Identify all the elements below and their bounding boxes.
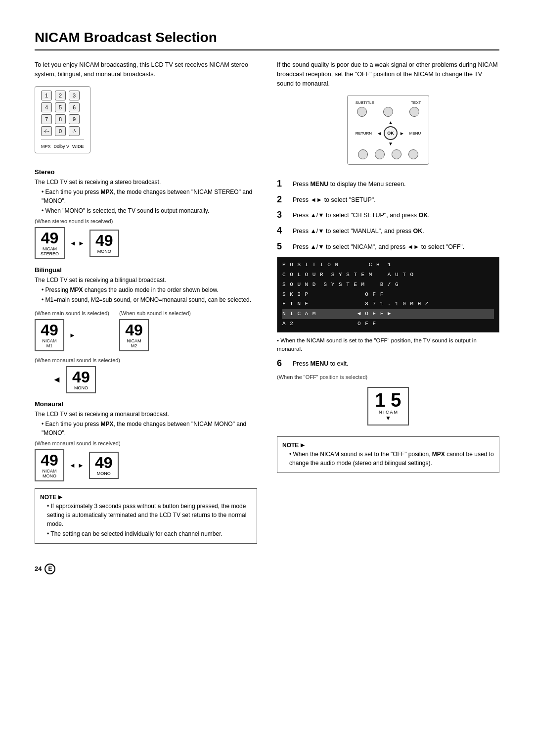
step-5: 5 Press ▲/▼ to select "NICAM", and press… xyxy=(277,241,499,252)
key-4: 4 xyxy=(41,102,52,112)
bilingual-bullet-1: • Pressing MPX changes the audio mode in… xyxy=(42,285,257,294)
step-6: 6 Press MENU to exit. xyxy=(277,358,499,369)
stereo-ch-left: 49 NICAMSTEREO xyxy=(35,227,65,259)
monaural-arrows: ◄ ► xyxy=(69,462,84,469)
key-6: 6 xyxy=(69,102,80,112)
bilingual-bullet-2: • M1=main sound, M2=sub sound, or MONO=m… xyxy=(42,295,257,304)
bilingual-ch-m2: 49 NICAMM2 xyxy=(119,319,149,351)
stereo-desc: The LCD TV set is receiving a stereo bro… xyxy=(35,178,257,187)
stereo-title: Stereo xyxy=(35,168,257,176)
right-note-text: • When the NICAM sound is set to the "OF… xyxy=(289,450,494,468)
bilingual-desc: The LCD TV set is receiving a bilingual … xyxy=(35,276,257,284)
left-intro: To let you enjoy NICAM broadcasting, thi… xyxy=(35,60,257,79)
menu-row-5: F I N E 8 7 1 . 1 0 M H Z xyxy=(282,301,429,307)
bilingual-ch-m1: 49 NICAMM1 xyxy=(35,319,64,351)
stereo-ch-right: 49 MONO xyxy=(89,230,119,257)
right-column: If the sound quality is poor due to a we… xyxy=(277,60,499,544)
key-8: 8 xyxy=(55,114,66,124)
key-dash: -/-- xyxy=(41,126,52,136)
left-note-title: NOTE ▶ xyxy=(40,493,252,502)
left-note-bullet-1: • If approximately 3 seconds pass withou… xyxy=(47,502,252,528)
bilingual-caption-sub: (When sub sound is selected) xyxy=(119,310,191,316)
left-note-box: NOTE ▶ • If approximately 3 seconds pass… xyxy=(35,488,257,544)
bottom-btn-4 xyxy=(408,149,418,159)
bilingual-row-mono: ◄ 49 MONO xyxy=(35,366,114,393)
right-ch-display: 1 5 N I C A M ▼ xyxy=(367,387,409,425)
step6-caption: (When the "OFF" position is selected) xyxy=(277,374,499,380)
key-5: 5 xyxy=(55,102,66,112)
note-after-menu: • When the NICAM sound is set to the "OF… xyxy=(277,336,499,354)
monaural-display-row: 49 NICAMMONO ◄ ► 49 MONO xyxy=(35,449,257,481)
menu-table: P O S I T I O N C H 1 C O L O U R S Y S … xyxy=(277,257,499,332)
step-2: 2 Press ◄► to select "SETUP". xyxy=(277,194,499,205)
label-dolby: Dolby V xyxy=(54,144,70,149)
stereo-bullet-1: • Each time you press MPX, the mode chan… xyxy=(42,188,257,205)
down-arrow-icon: ▼ xyxy=(388,141,393,146)
menu-row-4: S K I P O F F xyxy=(282,291,384,297)
page-number: 24 xyxy=(35,565,42,572)
nav-cluster: ▲ ◄ OK ► ▼ xyxy=(377,120,404,146)
right-note-title: NOTE ▶ xyxy=(282,441,494,450)
bottom-btn-1 xyxy=(358,149,368,159)
key-2: 2 xyxy=(55,91,66,100)
up-arrow-icon: ▲ xyxy=(388,120,393,125)
return-label: RETURN xyxy=(356,131,372,136)
right-note-box: NOTE ▶ • When the NICAM sound is set to … xyxy=(277,436,499,473)
menu-row-nicam: N I C A M ◄ O F F ► xyxy=(282,309,494,319)
text-btn xyxy=(409,107,419,117)
monaural-title: Monaural xyxy=(35,400,257,408)
monaural-ch-right: 49 MONO xyxy=(89,452,119,479)
label-mpx: MPX xyxy=(41,144,51,149)
stereo-display-row: 49 NICAMSTEREO ◄ ► 49 MONO xyxy=(35,227,257,259)
left-arrow-icon: ◄ xyxy=(377,131,382,136)
menu-row-1: P O S I T I O N C H 1 xyxy=(282,262,391,268)
page-footer: 24 E xyxy=(35,564,499,574)
monaural-bullet-1: • Each time you press MPX, the mode chan… xyxy=(42,420,257,437)
center-top-btn xyxy=(383,107,393,117)
edition-circle: E xyxy=(44,564,55,574)
remote-control-illustration: SUBTITLE TEXT RETURN ▲ xyxy=(347,95,430,165)
keypad-illustration: 1 2 3 4 5 6 7 8 9 -/-- 0 ·/· MPX xyxy=(35,86,90,153)
bottom-btn-2 xyxy=(375,149,385,159)
monaural-desc: The LCD TV set is receiving a monaural b… xyxy=(35,410,257,419)
bilingual-ch-mono: 49 MONO xyxy=(66,366,96,393)
stereo-arrows: ◄ ► xyxy=(70,239,85,247)
key-9: 9 xyxy=(69,114,80,124)
subtitle-btn xyxy=(357,107,367,117)
monaural-ch-left: 49 NICAMMONO xyxy=(35,449,64,481)
left-note-bullet-2: • The setting can be selected individual… xyxy=(47,529,252,538)
step-3: 3 Press ▲/▼ to select "CH SETUP", and pr… xyxy=(277,210,499,221)
ok-button: OK xyxy=(384,126,398,140)
key-dot: ·/· xyxy=(69,126,80,136)
step-1: 1 Press MENU to display the Menu screen. xyxy=(277,179,499,189)
bilingual-row-main: 49 NICAMM1 ► xyxy=(35,319,109,351)
menu-row-3: S O U N D S Y S T E M B / G xyxy=(282,282,399,287)
bilingual-title: Bilingual xyxy=(35,266,257,274)
menu-row-2: C O L O U R S Y S T E M A U T O xyxy=(282,272,414,278)
stereo-bullet-2: • When "MONO" is selected, the TV sound … xyxy=(42,206,257,215)
key-1: 1 xyxy=(41,91,52,100)
monaural-caption: (When monaural sound is received) xyxy=(35,440,257,446)
page-title: NICAM Broadcast Selection xyxy=(35,30,499,50)
key-0: 0 xyxy=(55,126,66,136)
bilingual-caption-mono: (When monaural sound is selected) xyxy=(35,357,257,363)
step-4: 4 Press ▲/▼ to select "MANUAL", and pres… xyxy=(277,226,499,236)
menu-row-a2: A 2 O F F xyxy=(282,321,376,327)
key-7: 7 xyxy=(41,114,52,124)
bilingual-caption-main: (When main sound is selected) xyxy=(35,310,109,316)
bottom-btn-3 xyxy=(392,149,401,159)
key-3: 3 xyxy=(69,91,80,100)
menu-label: MENU xyxy=(409,131,421,136)
label-wide: WIDE xyxy=(72,144,84,149)
bottom-btn-row xyxy=(356,149,421,159)
left-column: To let you enjoy NICAM broadcasting, thi… xyxy=(35,60,257,544)
stereo-caption: (When stereo sound is received) xyxy=(35,218,257,224)
right-intro: If the sound quality is poor due to a we… xyxy=(277,60,499,88)
bilingual-row-sub: 49 NICAMM2 xyxy=(119,319,191,351)
right-arrow-icon: ► xyxy=(400,131,404,136)
